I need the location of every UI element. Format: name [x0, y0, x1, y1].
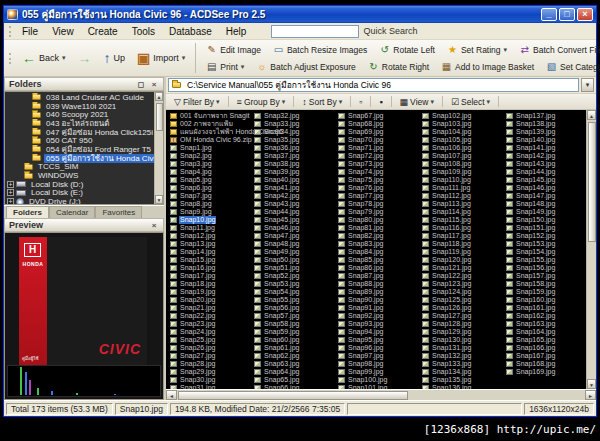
file-item[interactable]: Snap75.jpg: [337, 176, 421, 184]
file-item[interactable]: Snap143.jpg: [505, 160, 586, 168]
file-item[interactable]: Snap97.jpg: [337, 352, 421, 360]
file-item[interactable]: Snap148.jpg: [505, 200, 586, 208]
file-item[interactable]: Snap78.jpg: [337, 200, 421, 208]
file-item[interactable]: Snap130.jpg: [421, 336, 505, 344]
file-item[interactable]: Snap12.jpg: [169, 232, 253, 240]
file-item[interactable]: Snap58.jpg: [253, 320, 337, 328]
file-item[interactable]: Snap39.jpg: [253, 168, 337, 176]
file-item[interactable]: Snap38.jpg: [253, 160, 337, 168]
tree-item[interactable]: 055 คู่มือการใช้งาน Honda Civic 96: [5, 154, 154, 163]
file-item[interactable]: Snap40.jpg: [253, 176, 337, 184]
file-item[interactable]: Snap74.jpg: [337, 168, 421, 176]
file-item[interactable]: Snap47.jpg: [253, 232, 337, 240]
file-item[interactable]: Snap23.jpg: [169, 320, 253, 328]
file-item[interactable]: Snap135.jpg: [421, 376, 505, 384]
tree-item[interactable]: 047 คู่มือซ่อม Honda Click125i: [5, 128, 154, 137]
expand-icon[interactable]: +: [7, 181, 14, 188]
folders-scrollbar[interactable]: ▲ ▼: [154, 92, 163, 204]
file-item[interactable]: Snap146.jpg: [505, 184, 586, 192]
title-bar[interactable]: 055 คู่มือการใช้งาน Honda Civic 96 - ACD…: [4, 6, 596, 23]
tab-favorites[interactable]: Favorites: [95, 206, 142, 218]
tree-item[interactable]: 043 อะไหล่รถยนต์: [5, 119, 154, 128]
file-item[interactable]: Snap82.jpg: [337, 232, 421, 240]
folder-item[interactable]: 001 จับภาพจาก Snagit: [169, 112, 253, 120]
file-item[interactable]: Snap126.jpg: [421, 304, 505, 312]
group-by-button[interactable]: ≡Group By▾: [232, 95, 291, 109]
file-item[interactable]: Snap162.jpg: [505, 312, 586, 320]
file-item[interactable]: Snap8.jpg: [169, 200, 253, 208]
file-item[interactable]: Snap98.jpg: [337, 360, 421, 368]
file-item[interactable]: Snap99.jpg: [337, 368, 421, 376]
file-item[interactable]: Snap28.jpg: [169, 360, 253, 368]
expand-icon[interactable]: +: [7, 198, 14, 204]
file-item[interactable]: Snap7.jpg: [169, 192, 253, 200]
file-item[interactable]: Snap80.jpg: [337, 216, 421, 224]
file-item[interactable]: Snap145.jpg: [505, 176, 586, 184]
file-item[interactable]: Snap164.jpg: [505, 328, 586, 336]
folder-item[interactable]: 002 ภาพจากแฟ้ม: [169, 120, 253, 128]
file-item[interactable]: Snap68.jpg: [337, 120, 421, 128]
file-item[interactable]: Snap141.jpg: [505, 144, 586, 152]
file-item[interactable]: Snap128.jpg: [421, 320, 505, 328]
tree-item[interactable]: 040 Scoopy 2021: [5, 110, 154, 119]
tree-item[interactable]: TCCS_SIM: [5, 163, 154, 172]
quick-search-input[interactable]: [271, 25, 359, 38]
path-combobox[interactable]: C:\Service Manual\055 คู่มือการใช้งาน Ho…: [168, 78, 579, 92]
file-item[interactable]: Snap111.jpg: [421, 184, 505, 192]
file-item[interactable]: Snap124.jpg: [421, 288, 505, 296]
file-item[interactable]: Snap132.jpg: [421, 352, 505, 360]
file-item[interactable]: Snap153.jpg: [505, 240, 586, 248]
tree-item[interactable]: WINDOWS: [5, 171, 154, 180]
back-button[interactable]: ←Back▾: [17, 48, 71, 68]
add-to-image-basket-button[interactable]: ▦Add to Image Basket: [436, 59, 539, 74]
file-item[interactable]: Snap54.jpg: [253, 288, 337, 296]
file-item[interactable]: Snap156.jpg: [505, 264, 586, 272]
file-item[interactable]: Snap76.jpg: [337, 184, 421, 192]
edit-image-button[interactable]: ✎Edit Image: [201, 42, 266, 57]
scrollbar-thumb[interactable]: [178, 391, 408, 400]
pin-icon[interactable]: ◻: [136, 80, 146, 89]
filter-by-button[interactable]: ▽Filter By▾: [169, 95, 225, 109]
view-button[interactable]: ▦View▾: [395, 95, 439, 109]
file-item[interactable]: Snap27.jpg: [169, 352, 253, 360]
file-item[interactable]: Snap108.jpg: [421, 160, 505, 168]
file-item[interactable]: Snap9.jpg: [169, 208, 253, 216]
rotate-left-button[interactable]: ↺Rotate Left: [374, 42, 440, 57]
scrollbar-thumb[interactable]: [588, 122, 596, 242]
file-item[interactable]: Snap94.jpg: [337, 328, 421, 336]
import-button[interactable]: ▣Import▾: [132, 48, 190, 68]
file-item[interactable]: Snap118.jpg: [421, 240, 505, 248]
file-item[interactable]: Snap96.jpg: [337, 344, 421, 352]
file-item[interactable]: Snap63.jpg: [253, 360, 337, 368]
file-item[interactable]: Snap90.jpg: [337, 296, 421, 304]
menu-view[interactable]: View: [45, 25, 81, 38]
batch-convert-file-format-button[interactable]: ⇄Batch Convert File Format: [514, 42, 600, 57]
file-item[interactable]: Snap107.jpg: [421, 152, 505, 160]
file-item[interactable]: Snap3.jpg: [169, 160, 253, 168]
file-item[interactable]: Snap44.jpg: [253, 208, 337, 216]
file-item[interactable]: Snap2.jpg: [169, 152, 253, 160]
file-item[interactable]: Snap11.jpg: [169, 224, 253, 232]
tab-calendar[interactable]: Calendar: [49, 206, 95, 218]
file-item[interactable]: Snap117.jpg: [421, 232, 505, 240]
file-item[interactable]: Snap139.jpg: [505, 128, 586, 136]
tree-item[interactable]: 039 Wave110i 2021: [5, 102, 154, 111]
file-item[interactable]: Snap87.jpg: [337, 272, 421, 280]
file-item[interactable]: Snap72.jpg: [337, 152, 421, 160]
file-item[interactable]: Snap17.jpg: [169, 272, 253, 280]
file-item[interactable]: Snap121.jpg: [421, 264, 505, 272]
file-item[interactable]: Snap147.jpg: [505, 192, 586, 200]
file-item[interactable]: Snap166.jpg: [505, 344, 586, 352]
file-item[interactable]: Snap165.jpg: [505, 336, 586, 344]
file-item[interactable]: Snap95.jpg: [337, 336, 421, 344]
batch-adjust-exposure-button[interactable]: ☼Batch Adjust Exposure: [251, 59, 361, 74]
file-item[interactable]: Snap5.jpg: [169, 176, 253, 184]
file-item[interactable]: Snap1.jpg: [169, 144, 253, 152]
print-button[interactable]: ▤Print▾: [201, 59, 249, 74]
menu-create[interactable]: Create: [81, 25, 125, 38]
close-button[interactable]: ×: [577, 8, 593, 21]
file-item[interactable]: Snap115.jpg: [421, 216, 505, 224]
file-item[interactable]: Snap88.jpg: [337, 280, 421, 288]
file-item[interactable]: Snap53.jpg: [253, 280, 337, 288]
file-item[interactable]: Snap37.jpg: [253, 152, 337, 160]
